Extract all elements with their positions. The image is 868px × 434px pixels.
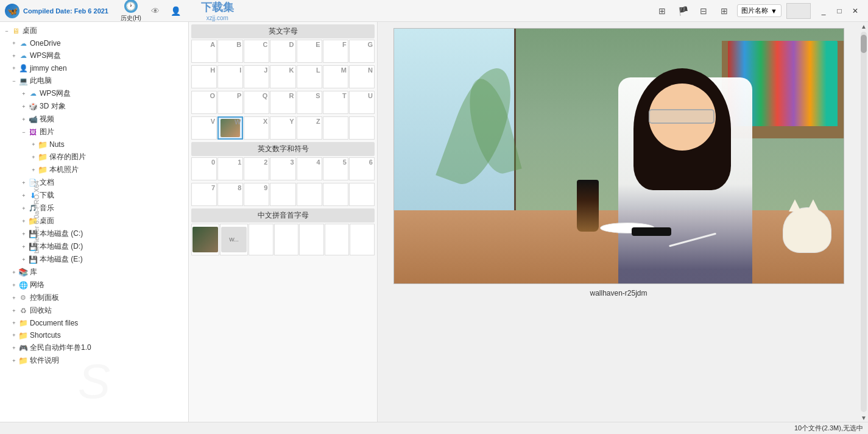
file-tree[interactable]: − 🖥 桌面 + ☁ OneDrive + ☁ WPS网盘 + 👤 jimmy … — [0, 22, 189, 422]
divider-button[interactable]: ⊟ — [696, 3, 711, 19]
alpha-cell-E[interactable]: E — [297, 40, 322, 63]
alpha-grid-row3: O P Q R S T U — [191, 91, 375, 114]
tree-item-nuts[interactable]: + 📁 Nuts — [0, 138, 188, 151]
tree-item-shortcuts[interactable]: + 📁 Shortcuts — [0, 329, 188, 341]
tree-item-driveE[interactable]: + 💾 本地磁盘 (E:) — [0, 253, 188, 266]
pinyin-thumb-4[interactable] — [274, 224, 299, 255]
alpha-cell-V[interactable]: V — [191, 116, 217, 140]
flag-button[interactable]: 🏴 — [675, 3, 691, 19]
num-cell-empty6[interactable] — [349, 183, 375, 206]
restore-button[interactable]: □ — [831, 3, 847, 19]
history-button[interactable]: 🕐 历史(H) — [121, 0, 141, 23]
num-cell-2[interactable]: 2 — [244, 157, 269, 180]
num-cell-8[interactable]: 8 — [217, 183, 243, 206]
alpha-cell-W[interactable]: W — [217, 116, 243, 140]
alpha-cell-K[interactable]: K — [270, 65, 295, 88]
thumbnail-size-button[interactable] — [786, 3, 811, 19]
grid2-button[interactable]: ⊞ — [716, 3, 732, 19]
alpha-cell-R[interactable]: R — [270, 91, 295, 114]
tree-item-wpsdisk[interactable]: + ☁ WPS网盘 — [0, 49, 188, 62]
alpha-cell-G[interactable]: G — [349, 40, 375, 63]
shortcuts-folder-icon: 📁 — [18, 330, 28, 340]
num-cell-empty5[interactable] — [323, 183, 348, 206]
alpha-cell-A[interactable]: A — [191, 40, 217, 63]
expand-icon: + — [19, 243, 28, 251]
pinyin-thumb-5[interactable] — [299, 224, 324, 255]
num-cell-1[interactable]: 1 — [217, 157, 243, 180]
alpha-cell-J[interactable]: J — [244, 65, 269, 88]
tree-item-savedimages[interactable]: + 📁 保存的图片 — [0, 151, 188, 163]
alpha-cell-F[interactable]: F — [323, 40, 348, 63]
tree-item-onedrive[interactable]: + ☁ OneDrive — [0, 37, 188, 49]
tree-item-3d[interactable]: + 🎲 3D 对象 — [0, 100, 188, 113]
tree-item-driveC[interactable]: + 💾 本地磁盘 (C:) — [0, 227, 188, 240]
grid-view-button[interactable]: ⊞ — [654, 3, 670, 19]
alpha-cell-B[interactable]: B — [217, 40, 243, 63]
alpha-cell-M[interactable]: M — [323, 65, 348, 88]
tree-item-downloads[interactable]: + ⬇ 下载 — [0, 189, 188, 202]
tree-item-wps2[interactable]: + ☁ WPS网盘 — [0, 87, 188, 100]
num-cell-9[interactable]: 9 — [244, 183, 269, 206]
tree-item-controlpanel[interactable]: + ⚙ 控制面板 — [0, 291, 188, 304]
alpha-cell-O[interactable]: O — [191, 91, 217, 114]
pinyin-thumb-3[interactable] — [249, 224, 273, 255]
alpha-cell-empty1[interactable] — [323, 116, 348, 140]
alpha-cell-P[interactable]: P — [217, 91, 243, 114]
tree-item-jimmychen[interactable]: + 👤 jimmy chen — [0, 62, 188, 74]
user-button[interactable]: 👤 — [169, 4, 183, 18]
tree-item-network[interactable]: + 🌐 网络 — [0, 279, 188, 291]
alpha-cell-T[interactable]: T — [323, 91, 348, 114]
alpha-cell-empty2[interactable] — [349, 116, 375, 140]
num-cell-6[interactable]: 6 — [349, 157, 375, 180]
alpha-cell-D[interactable]: D — [270, 40, 295, 63]
num-cell-empty3[interactable] — [270, 183, 295, 206]
preview-image[interactable] — [393, 28, 844, 284]
view-button[interactable]: 👁 — [149, 4, 162, 18]
pinyin-thumb-6[interactable] — [325, 224, 350, 255]
tree-item-localphoto[interactable]: + 📁 本机照片 — [0, 163, 188, 176]
tree-item-game[interactable]: + 🎮 全民自动炸年兽1.0 — [0, 341, 188, 354]
alpha-cell-C[interactable]: C — [244, 40, 269, 63]
sort-dropdown[interactable]: 图片名称 ▼ — [737, 4, 782, 17]
alpha-cell-X[interactable]: X — [244, 116, 269, 140]
close-button[interactable]: ✕ — [847, 3, 863, 19]
alpha-cell-H[interactable]: H — [191, 65, 217, 88]
num-cell-3[interactable]: 3 — [270, 157, 295, 180]
alpha-cell-Z[interactable]: Z — [297, 116, 322, 140]
scroll-thumb[interactable] — [861, 35, 867, 53]
tree-item-recycle[interactable]: + ♻ 回收站 — [0, 304, 188, 317]
tree-item-desktop[interactable]: − 🖥 桌面 — [0, 24, 188, 37]
num-cell-5[interactable]: 5 — [323, 157, 348, 180]
pinyin-thumb-1[interactable] — [191, 224, 219, 255]
alpha-cell-Y[interactable]: Y — [270, 116, 295, 140]
num-cell-0[interactable]: 0 — [191, 157, 217, 180]
alpha-cell-I[interactable]: I — [217, 65, 243, 88]
alpha-cell-N[interactable]: N — [349, 65, 375, 88]
person-icon: 👤 — [18, 63, 28, 73]
tree-item-thispc[interactable]: − 💻 此电脑 — [0, 74, 188, 87]
tree-item-music[interactable]: + 🎵 音乐 — [0, 202, 188, 215]
num-cell-empty4[interactable] — [297, 183, 322, 206]
watermark-area: 下载集 xzjj.com — [201, 0, 234, 21]
tree-item-software[interactable]: + 📁 软件说明 — [0, 354, 188, 367]
pinyin-thumb-7[interactable] — [350, 224, 375, 255]
scroll-up-arrow[interactable]: ▲ — [859, 22, 868, 30]
tree-item-desktop2[interactable]: + 📁 桌面 — [0, 215, 188, 227]
alpha-cell-Q[interactable]: Q — [244, 91, 269, 114]
num-cell-4[interactable]: 4 — [297, 157, 322, 180]
tree-item-docs[interactable]: + 📄 文档 — [0, 176, 188, 189]
tree-item-library[interactable]: + 📚 库 — [0, 266, 188, 279]
tree-item-docfiles[interactable]: + 📁 Document files — [0, 317, 188, 329]
tree-item-driveD[interactable]: + 💾 本地磁盘 (D:) — [0, 240, 188, 253]
minimize-button[interactable]: _ — [816, 3, 831, 19]
right-scrollbar[interactable]: ▲ ▼ — [859, 22, 868, 422]
num-cell-7[interactable]: 7 — [191, 183, 217, 206]
alpha-cell-U[interactable]: U — [349, 91, 375, 114]
alpha-cell-S[interactable]: S — [297, 91, 322, 114]
tree-item-video[interactable]: + 📹 视频 — [0, 113, 188, 126]
scroll-down-arrow[interactable]: ▼ — [859, 413, 868, 422]
alpha-cell-L[interactable]: L — [297, 65, 322, 88]
window-controls: _ □ ✕ — [816, 3, 863, 19]
tree-item-images[interactable]: − 🖼 图片 — [0, 126, 188, 138]
pinyin-thumb-2[interactable]: W... — [220, 224, 248, 255]
